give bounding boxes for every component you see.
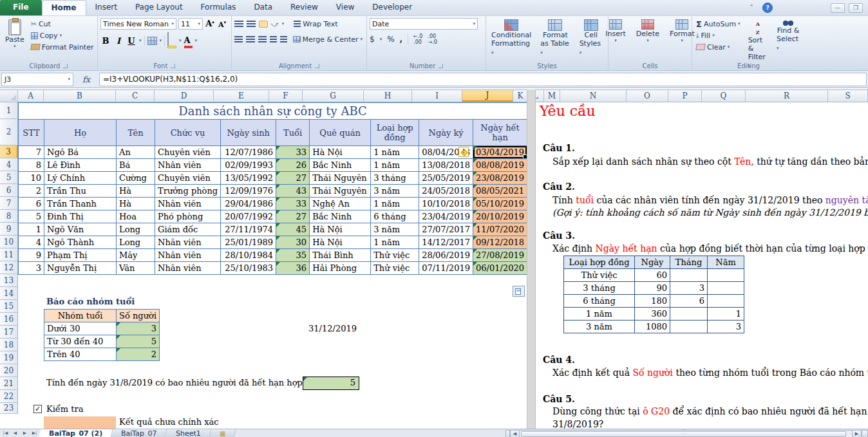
row-header-12[interactable]: 12 xyxy=(0,261,18,274)
cell-E10[interactable]: 25/01/1989 xyxy=(221,236,276,249)
autosum-button[interactable]: ΣAutoSum▾ xyxy=(695,18,742,30)
column-header-O[interactable]: O xyxy=(627,90,668,102)
cell-C8[interactable]: Hoa xyxy=(117,210,155,223)
increase-decimal-button[interactable]: ←.0.00 xyxy=(413,33,422,45)
font-color-button[interactable]: A xyxy=(184,33,193,48)
cell-B5[interactable]: Lý Chính xyxy=(44,172,117,185)
lookup-cell-0-0[interactable]: Thử việc xyxy=(564,269,635,282)
report-cell-B17[interactable]: Từ 30 đến 40 xyxy=(44,335,117,348)
cell-G4[interactable]: Bắc Ninh xyxy=(310,159,371,172)
align-left-icon[interactable] xyxy=(234,36,243,43)
lookup-header-0[interactable]: Loại hợp đồng xyxy=(564,256,635,269)
cell-E9[interactable]: 27/11/1974 xyxy=(221,223,276,236)
cell-F7[interactable]: 33 xyxy=(276,198,310,210)
cell-I11[interactable]: 28/06/2019 xyxy=(419,249,473,262)
lookup-cell-1-0[interactable]: 3 tháng xyxy=(564,282,635,295)
lookup-cell-1-1[interactable]: 90 xyxy=(635,282,670,295)
report-cell-C18[interactable]: 2 xyxy=(117,348,160,361)
insert-worksheet-tab[interactable]: ▦ xyxy=(209,429,236,437)
lookup-cell-3-2[interactable] xyxy=(670,308,708,321)
lookup-cell-0-3[interactable] xyxy=(708,269,744,282)
font-family-combo[interactable]: Times New Roman▾ xyxy=(100,18,176,30)
lookup-cell-0-2[interactable] xyxy=(670,269,708,282)
cell-C9[interactable]: Long xyxy=(117,223,155,236)
wrap-text-button[interactable]: Wrap Text xyxy=(292,18,339,30)
lookup-header-1[interactable]: Ngày xyxy=(635,256,670,269)
cell-C12[interactable]: Vân xyxy=(117,262,155,275)
header-cell-A2[interactable]: STT xyxy=(19,120,44,146)
cell-B9[interactable]: Ngô Văn xyxy=(44,223,117,236)
cell-B4[interactable]: Lê Đình xyxy=(44,159,117,172)
cell-G6[interactable]: Thái Nguyên xyxy=(310,185,371,198)
header-cell-I2[interactable]: Ngày ký xyxy=(419,120,473,146)
lookup-header-2[interactable]: Tháng xyxy=(670,256,708,269)
report-cell-C17[interactable]: 5 xyxy=(117,335,160,348)
ribbon-tab-view[interactable]: View xyxy=(327,0,363,15)
column-header-A[interactable]: A xyxy=(18,90,44,102)
lookup-cell-4-2[interactable] xyxy=(670,321,708,333)
cell-H10[interactable]: 1 năm xyxy=(371,236,419,249)
grow-font-button[interactable]: A▴ xyxy=(205,19,215,28)
cell-D3[interactable]: Chuyên viên xyxy=(155,146,221,159)
table-title[interactable]: Danh sách nhân sự công ty ABC xyxy=(19,103,527,120)
cell-g20-answer[interactable]: 5 xyxy=(303,377,359,390)
number-dialog-launcher[interactable] xyxy=(439,64,443,68)
cell-D8[interactable]: Phó phòng xyxy=(155,210,221,223)
cell-E6[interactable]: 12/09/1976 xyxy=(221,185,276,198)
cell-I5[interactable]: 25/05/2019 xyxy=(419,172,473,185)
cell-C10[interactable]: Long xyxy=(117,236,155,249)
cell-A8[interactable]: 5 xyxy=(19,210,44,223)
ribbon-tab-data[interactable]: Data xyxy=(245,0,281,15)
format-painter-button[interactable]: Format Painter xyxy=(30,41,95,53)
cell-G9[interactable]: Hà Nội xyxy=(310,223,371,236)
paste-button[interactable]: Paste▾ xyxy=(3,18,27,53)
column-header-N[interactable]: N xyxy=(560,90,627,102)
cell-A9[interactable]: 1 xyxy=(19,223,44,236)
formula-input[interactable]: =I3+VLOOKUP(H3,N$11:Q$16,2,0) xyxy=(99,73,867,86)
name-box[interactable]: J3▾ xyxy=(1,73,73,86)
cell-B6[interactable]: Trần Thu xyxy=(44,185,117,198)
cell-g16-date[interactable]: 31/12/2019 xyxy=(303,324,361,333)
cell-J9[interactable]: 11/07/2020 xyxy=(473,223,527,236)
align-right-icon[interactable] xyxy=(258,36,267,43)
cell-H4[interactable]: 1 năm xyxy=(371,159,419,172)
lookup-cell-2-3[interactable] xyxy=(708,295,744,308)
cell-I12[interactable]: 07/11/2019 xyxy=(419,262,473,275)
lookup-cell-0-1[interactable]: 60 xyxy=(635,269,670,282)
row-header-23[interactable]: 23 xyxy=(0,403,18,414)
font-size-combo[interactable]: 11▾ xyxy=(178,18,203,30)
cell-C6[interactable]: Hà xyxy=(117,185,155,198)
percent-format-button[interactable]: % xyxy=(387,35,394,44)
select-all-corner[interactable] xyxy=(0,90,18,102)
bottom-align-icon[interactable] xyxy=(259,21,268,28)
cell-b20-question[interactable]: Tính đến ngày 31/8/2019 có bao nhiêu ngư… xyxy=(46,378,331,387)
cell-H8[interactable]: 6 tháng xyxy=(371,210,419,223)
cell-I9[interactable]: 27/07/2017 xyxy=(419,223,473,236)
row-header-18[interactable]: 18 xyxy=(0,339,18,351)
row-header-21[interactable]: 21 xyxy=(0,377,18,390)
row-header-2[interactable]: 2 xyxy=(0,119,18,145)
row-header-20[interactable]: 20 xyxy=(0,364,18,377)
cell-F4[interactable]: 26 xyxy=(276,159,310,172)
cell-B10[interactable]: Ngô Thành xyxy=(44,236,117,249)
increase-indent-icon[interactable] xyxy=(280,36,287,43)
cell-I6[interactable]: 24/05/2018 xyxy=(419,185,473,198)
column-header-P[interactable]: P xyxy=(668,90,702,102)
scrollbar-thumb[interactable] xyxy=(521,431,846,437)
cell-A11[interactable]: 9 xyxy=(19,249,44,262)
shrink-font-button[interactable]: A▾ xyxy=(217,19,227,29)
cell-C4[interactable]: Bá xyxy=(117,159,155,172)
lookup-header-3[interactable]: Năm xyxy=(708,256,744,269)
column-header-B[interactable]: B xyxy=(44,90,116,102)
row-header-3[interactable]: 3 xyxy=(0,145,18,158)
cell-I4[interactable]: 13/08/2018 xyxy=(419,159,473,172)
lookup-cell-3-1[interactable]: 360 xyxy=(635,308,670,321)
auto-fill-options-button[interactable] xyxy=(513,286,525,297)
cell-B11[interactable]: Phạm Thị xyxy=(44,249,117,262)
ribbon-tab-review[interactable]: Review xyxy=(281,0,327,15)
cell-H6[interactable]: 3 năm xyxy=(371,185,419,198)
cell-b23-orange[interactable] xyxy=(44,416,116,429)
cell-A12[interactable]: 3 xyxy=(19,262,44,275)
column-header-D[interactable]: D xyxy=(155,90,214,102)
cell-J12[interactable]: 06/01/2020 xyxy=(473,262,527,275)
